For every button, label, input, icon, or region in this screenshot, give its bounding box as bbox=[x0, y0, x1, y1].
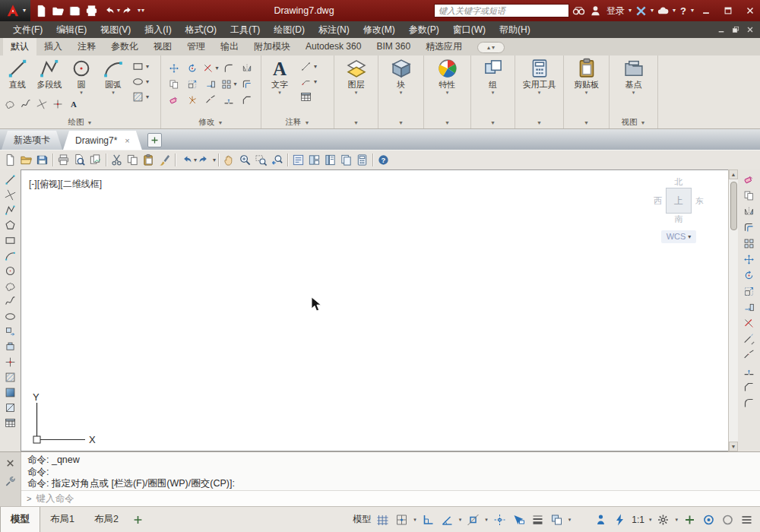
file-tab-drawing7[interactable]: Drawing7* × bbox=[63, 131, 142, 150]
stretch-tool-icon[interactable] bbox=[204, 79, 217, 90]
clipboard-button[interactable]: 剪贴板 ▾ bbox=[574, 57, 599, 96]
toolbar-publish-button[interactable] bbox=[87, 152, 103, 168]
ribbon-tab-autodesk360[interactable]: Autodesk 360 bbox=[298, 38, 369, 55]
workspace-switching-icon[interactable] bbox=[656, 513, 670, 527]
ribbon-tab-bim360[interactable]: BIM 360 bbox=[369, 38, 418, 55]
file-tab-new[interactable]: 新选项卡 bbox=[2, 131, 62, 150]
offset-icon[interactable] bbox=[742, 221, 756, 234]
base-point-dropdown-icon[interactable]: ▾ bbox=[632, 90, 635, 96]
block-button[interactable]: 块 ▾ bbox=[391, 57, 412, 96]
clipboard-dropdown-icon[interactable]: ▾ bbox=[585, 90, 588, 96]
layout-tab-layout1[interactable]: 布局1 bbox=[40, 507, 84, 532]
rotate-icon[interactable] bbox=[742, 269, 756, 282]
qat-save-button[interactable] bbox=[67, 3, 83, 19]
command-customize-wrench-icon[interactable] bbox=[5, 476, 16, 487]
dimension-dropdown-icon[interactable]: ▾ bbox=[314, 63, 317, 71]
rectangle-tool-icon[interactable] bbox=[131, 61, 144, 72]
dynamic-input-icon[interactable] bbox=[511, 513, 526, 527]
utilities-dropdown-icon[interactable]: ▾ bbox=[538, 90, 541, 96]
annotation-scale-dropdown-icon[interactable]: ▾ bbox=[649, 517, 652, 523]
menu-window[interactable]: 窗口(W) bbox=[446, 21, 492, 38]
layers-dropdown-icon[interactable]: ▾ bbox=[355, 90, 358, 96]
ribbon-tab-insert[interactable]: 插入 bbox=[36, 38, 70, 55]
leader-dropdown-icon[interactable]: ▾ bbox=[314, 78, 317, 86]
clipboard-panel-footer[interactable]: ▼ bbox=[564, 116, 609, 128]
sign-in-label[interactable]: 登录 bbox=[606, 5, 625, 17]
viewcube-top-face[interactable]: 上 bbox=[666, 188, 692, 214]
cycling-dropdown-icon[interactable]: ▾ bbox=[568, 517, 572, 523]
polyline-tool-button[interactable]: 多段线 bbox=[34, 57, 65, 96]
lineweight-display-icon[interactable] bbox=[530, 513, 545, 527]
redo-dropdown-icon[interactable]: ▾ bbox=[138, 7, 141, 14]
base-point-button[interactable]: 基点 ▾ bbox=[623, 57, 644, 96]
toolbar-designcenter-button[interactable] bbox=[306, 152, 322, 168]
toolbar-sheet-set-manager-button[interactable] bbox=[338, 152, 354, 168]
erase-tool-icon[interactable] bbox=[168, 95, 180, 106]
chamfer-tool-icon[interactable] bbox=[241, 95, 253, 106]
exchange-apps-icon[interactable] bbox=[634, 4, 648, 18]
a360-cloud-icon[interactable] bbox=[656, 4, 670, 18]
scale-tool-icon[interactable] bbox=[186, 79, 198, 90]
polar-dropdown-icon[interactable]: ▾ bbox=[459, 517, 462, 523]
offset-tool-icon[interactable] bbox=[241, 79, 253, 90]
draw-panel-footer[interactable]: 绘图 ▼ bbox=[0, 116, 160, 128]
circle-icon[interactable] bbox=[3, 264, 17, 277]
snap-dropdown-icon[interactable]: ▾ bbox=[413, 517, 416, 523]
properties-button[interactable]: 特性 ▾ bbox=[437, 57, 458, 96]
layout-tab-layout2[interactable]: 布局2 bbox=[84, 507, 128, 532]
layers-panel-footer[interactable]: ▼ bbox=[334, 116, 378, 128]
object-snap-icon[interactable] bbox=[466, 513, 480, 527]
line-icon[interactable] bbox=[3, 173, 17, 186]
table-tool-icon[interactable] bbox=[299, 91, 312, 103]
undo-dropdown-icon[interactable]: ▾ bbox=[117, 7, 120, 14]
application-menu-button[interactable]: ▾ bbox=[0, 0, 30, 21]
menu-parametric[interactable]: 参数(P) bbox=[402, 21, 446, 38]
qat-redo-button[interactable] bbox=[121, 3, 137, 19]
insert-block-icon[interactable] bbox=[3, 325, 17, 338]
break-icon[interactable] bbox=[742, 349, 756, 362]
annotation-scale-label[interactable]: 1:1 bbox=[632, 515, 644, 525]
wcs-menu[interactable]: WCS ▾ bbox=[661, 230, 697, 243]
qat-undo-button[interactable] bbox=[100, 3, 116, 19]
toolbar-copy-button[interactable] bbox=[125, 152, 141, 168]
ribbon-tab-parametric[interactable]: 参数化 bbox=[103, 38, 146, 55]
qat-open-button[interactable] bbox=[50, 3, 66, 19]
help-dropdown-icon[interactable]: ▾ bbox=[691, 7, 694, 14]
group-dropdown-icon[interactable]: ▾ bbox=[492, 90, 495, 96]
scroll-up-arrow-icon[interactable]: ▲ bbox=[729, 169, 738, 179]
search-binoculars-icon[interactable] bbox=[572, 4, 586, 18]
toolbar-redo-button[interactable] bbox=[197, 152, 213, 168]
toolbar-zoom-realtime-button[interactable] bbox=[237, 152, 253, 168]
ellipse-tool-icon[interactable] bbox=[131, 76, 144, 87]
toolbar-plot-button[interactable] bbox=[55, 152, 71, 168]
arc-icon[interactable] bbox=[3, 249, 17, 262]
toolbar-quickcalc-button[interactable] bbox=[354, 152, 370, 168]
viewcube-east-label[interactable]: 东 bbox=[695, 195, 704, 207]
join-tool-icon[interactable] bbox=[223, 95, 235, 106]
toolbar-match-properties-button[interactable] bbox=[157, 152, 173, 168]
viewcube-west-label[interactable]: 西 bbox=[654, 195, 662, 207]
minimize-button[interactable] bbox=[696, 3, 716, 18]
ellipse-icon[interactable] bbox=[3, 310, 17, 323]
qat-new-button[interactable] bbox=[33, 3, 49, 19]
move-icon[interactable] bbox=[742, 253, 756, 266]
properties-dropdown-icon[interactable]: ▾ bbox=[446, 90, 449, 96]
circle-dropdown-icon[interactable]: ▾ bbox=[80, 90, 83, 96]
arc-tool-button[interactable]: 圆弧 ▾ bbox=[98, 57, 128, 96]
close-button[interactable] bbox=[740, 3, 760, 18]
spline-icon[interactable] bbox=[20, 99, 32, 109]
toolbar-undo-button[interactable] bbox=[178, 152, 194, 168]
menu-help[interactable]: 帮助(H) bbox=[492, 21, 537, 38]
model-space-label[interactable]: 模型 bbox=[353, 513, 371, 526]
ribbon-collapse-button[interactable]: ▴ ▾ bbox=[477, 42, 505, 53]
array-dropdown-icon[interactable]: ▾ bbox=[233, 81, 236, 88]
block-panel-footer[interactable]: ▼ bbox=[378, 116, 423, 128]
multiline-text-icon[interactable]: A bbox=[68, 99, 80, 109]
tab-close-icon[interactable]: × bbox=[125, 136, 129, 145]
toolbar-redo-dropdown-icon[interactable]: ▾ bbox=[213, 157, 216, 164]
ribbon-tab-manage[interactable]: 管理 bbox=[179, 38, 213, 55]
toolbar-save-button[interactable] bbox=[34, 152, 50, 168]
dimension-tool-icon[interactable] bbox=[299, 61, 312, 72]
polyline-icon[interactable] bbox=[3, 204, 17, 217]
rotate-tool-icon[interactable] bbox=[186, 63, 198, 74]
